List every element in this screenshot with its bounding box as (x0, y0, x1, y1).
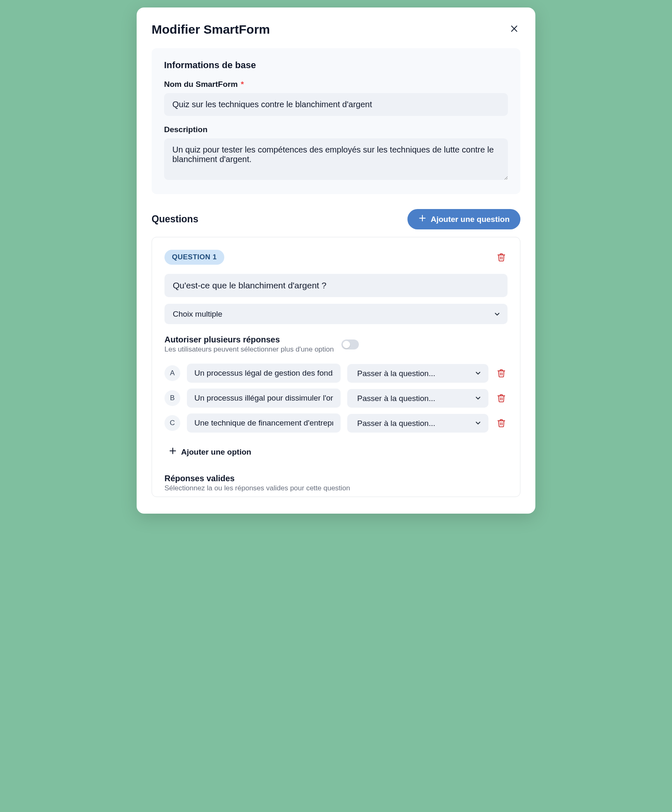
option-skip-select[interactable]: Passer à la question... (347, 364, 488, 383)
plus-icon (418, 214, 427, 224)
option-text-input[interactable] (187, 413, 341, 433)
option-skip-select[interactable]: Passer à la question... (347, 414, 488, 433)
delete-option-button[interactable] (495, 392, 508, 404)
question-text-input[interactable] (164, 274, 508, 297)
allow-multiple-title: Autoriser plusieurs réponses (164, 335, 334, 344)
questions-heading: Questions (152, 214, 198, 225)
valid-answers-title: Réponses valides (164, 474, 508, 483)
trash-icon (497, 369, 506, 378)
add-question-button[interactable]: Ajouter une question (407, 209, 520, 229)
delete-option-button[interactable] (495, 417, 508, 429)
option-text-input[interactable] (187, 389, 341, 408)
required-asterisk: * (238, 80, 244, 89)
delete-option-button[interactable] (495, 367, 508, 379)
plus-icon (169, 447, 177, 457)
add-question-label: Ajouter une question (431, 215, 510, 224)
option-letter: B (164, 390, 180, 406)
toggle-knob (343, 341, 350, 348)
close-button[interactable] (508, 22, 520, 35)
option-row: B Passer à la question... (164, 389, 508, 408)
trash-icon (497, 418, 506, 428)
add-option-label: Ajouter une option (181, 448, 251, 457)
trash-icon (497, 394, 506, 403)
allow-multiple-toggle[interactable] (341, 340, 359, 349)
smartform-name-input[interactable] (164, 93, 508, 116)
option-skip-select[interactable]: Passer à la question... (347, 389, 488, 408)
trash-icon (497, 253, 506, 262)
valid-answers-subtitle: Sélectionnez la ou les réponses valides … (164, 484, 508, 492)
modal-title: Modifier SmartForm (152, 22, 270, 37)
basic-info-section: Informations de base Nom du SmartForm * … (152, 48, 520, 194)
close-icon (510, 24, 519, 33)
option-letter: A (164, 365, 180, 381)
option-text-input[interactable] (187, 364, 341, 383)
delete-question-button[interactable] (495, 251, 508, 263)
add-option-button[interactable]: Ajouter une option (164, 441, 255, 463)
name-label: Nom du SmartForm * (164, 80, 508, 89)
question-card: QUESTION 1 Choix multiple Autoris (152, 237, 520, 497)
description-label: Description (164, 125, 508, 134)
question-type-select[interactable]: Choix multiple (164, 304, 508, 324)
option-letter: C (164, 415, 180, 431)
edit-smartform-modal: Modifier SmartForm Informations de base … (137, 7, 535, 514)
option-row: A Passer à la question... (164, 364, 508, 383)
question-badge: QUESTION 1 (164, 250, 224, 265)
smartform-description-input[interactable]: Un quiz pour tester les compétences des … (164, 138, 508, 180)
allow-multiple-subtitle: Les utilisateurs peuvent sélectionner pl… (164, 345, 334, 354)
basic-info-heading: Informations de base (164, 60, 508, 71)
option-row: C Passer à la question... (164, 413, 508, 433)
